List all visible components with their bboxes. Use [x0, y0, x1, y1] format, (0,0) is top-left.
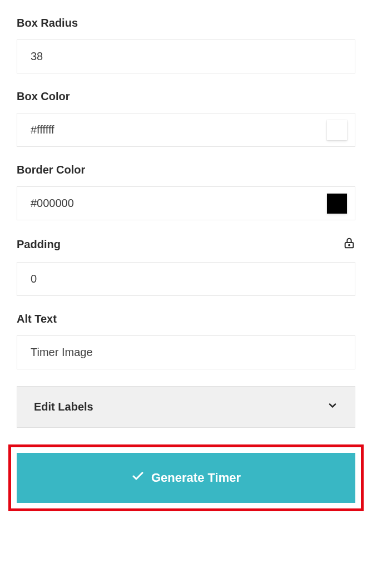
box-color-input[interactable]	[17, 113, 327, 146]
edit-labels-label: Edit Labels	[34, 401, 93, 413]
lock-icon[interactable]	[343, 237, 355, 252]
border-color-field: Border Color	[17, 164, 355, 220]
border-color-input[interactable]	[17, 187, 327, 220]
alt-text-label: Alt Text	[17, 313, 355, 325]
edit-labels-accordion[interactable]: Edit Labels	[17, 386, 355, 428]
box-radius-input[interactable]	[17, 39, 355, 73]
box-color-input-wrap	[17, 113, 355, 147]
border-color-label: Border Color	[17, 164, 355, 176]
generate-timer-button[interactable]: Generate Timer	[17, 453, 355, 503]
svg-point-1	[349, 245, 350, 246]
alt-text-input[interactable]	[17, 335, 355, 369]
chevron-down-icon	[327, 400, 338, 414]
box-radius-field: Box Radius	[17, 17, 355, 73]
border-color-swatch[interactable]	[327, 194, 347, 214]
alt-text-field: Alt Text	[17, 313, 355, 369]
padding-field: Padding	[17, 237, 355, 296]
box-color-field: Box Color	[17, 90, 355, 147]
padding-label: Padding	[17, 238, 61, 251]
generate-timer-label: Generate Timer	[151, 471, 241, 485]
generate-button-highlight: Generate Timer	[8, 444, 364, 511]
box-color-label: Box Color	[17, 90, 355, 103]
padding-input[interactable]	[17, 262, 355, 296]
box-color-swatch[interactable]	[327, 120, 347, 140]
box-radius-label: Box Radius	[17, 17, 355, 29]
padding-label-row: Padding	[17, 237, 355, 252]
check-icon	[131, 470, 145, 486]
border-color-input-wrap	[17, 186, 355, 220]
